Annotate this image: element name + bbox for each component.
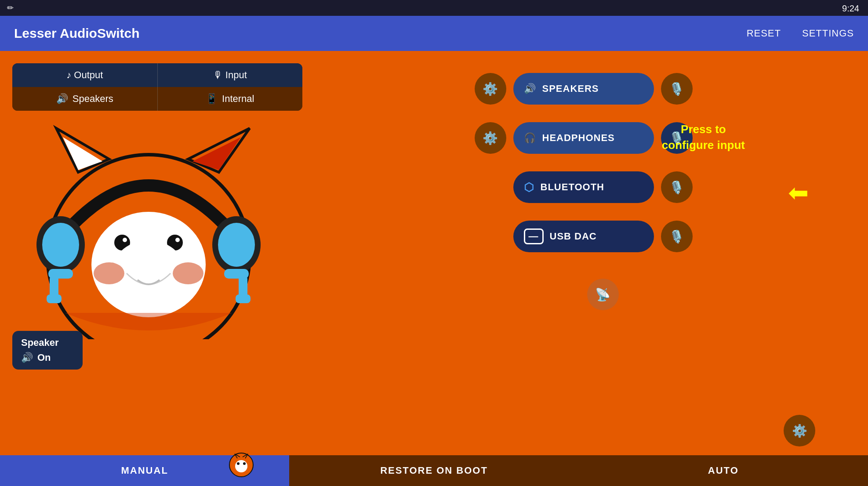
- mic-icon-bluetooth: 🎙️: [669, 180, 684, 195]
- io-selector: ♪ Output 🎙 Input 🔊 Speakers 📱 Internal: [12, 63, 302, 111]
- mascot-svg: [21, 120, 276, 339]
- pen-icon: ✏: [7, 3, 14, 13]
- svg-rect-24: [47, 294, 62, 303]
- right-panel: ⚙️ 🔊 SPEAKERS 🎙️ ⚙️ 🎧 HEADPHONES 🎙️: [299, 51, 868, 455]
- tooltip-text: Press toconfigure input: [662, 123, 745, 152]
- svg-point-12: [218, 223, 255, 267]
- bluetooth-mic-button[interactable]: 🎙️: [661, 171, 693, 203]
- svg-point-18: [175, 238, 180, 242]
- svg-point-27: [235, 460, 247, 472]
- gear-icon-headphones: ⚙️: [483, 131, 498, 145]
- bluetooth-label: BLUETOOTH: [541, 181, 604, 193]
- bluetooth-device-icon: ⬡: [524, 181, 534, 194]
- speakers-mic-button[interactable]: 🎙️: [661, 73, 693, 105]
- speakers-button[interactable]: 🔊 SPEAKERS: [513, 73, 654, 105]
- svg-point-20: [94, 262, 124, 284]
- headphones-label: HEADPHONES: [542, 132, 615, 144]
- svg-point-28: [237, 462, 240, 465]
- input-value: 📱 Internal: [158, 87, 303, 111]
- io-values: 🔊 Speakers 📱 Internal: [12, 87, 302, 111]
- speaker-badge-status: 🔊 On: [21, 352, 74, 363]
- cast-button[interactable]: 📡: [587, 279, 619, 310]
- speakers-label: SPEAKERS: [542, 83, 599, 94]
- status-bar: ✏ 9:24: [0, 0, 868, 16]
- cast-icon: 📡: [595, 287, 610, 302]
- usb-dac-label: USB DAC: [550, 231, 597, 242]
- svg-rect-25: [236, 294, 251, 303]
- svg-rect-22: [50, 276, 58, 297]
- mic-icon-speakers: 🎙️: [669, 82, 684, 96]
- app-actions: RESET SETTINGS: [747, 28, 854, 39]
- svg-point-29: [243, 462, 246, 465]
- speaker-badge-icon: 🔊: [21, 352, 33, 363]
- time-display: 9:24: [842, 4, 859, 14]
- svg-point-17: [123, 238, 127, 242]
- headphones-gear-button[interactable]: ⚙️: [475, 122, 506, 154]
- usb-dac-device-icon: —: [524, 228, 544, 244]
- reset-button[interactable]: RESET: [747, 28, 781, 39]
- phone-icon-small: 📱: [206, 93, 218, 105]
- gear-icon-speakers: ⚙️: [483, 82, 498, 96]
- speaker-badge-on: On: [37, 352, 51, 363]
- output-tab[interactable]: ♪ Output: [12, 63, 157, 87]
- settings-button[interactable]: SETTINGS: [802, 28, 854, 39]
- output-value: 🔊 Speakers: [12, 87, 157, 111]
- restore-on-boot-button[interactable]: RESTORE ON BOOT: [289, 455, 578, 486]
- app-title: Lesser AudioSwitch: [14, 26, 140, 41]
- speakers-row: ⚙️ 🔊 SPEAKERS 🎙️: [475, 73, 693, 105]
- input-tab[interactable]: 🎙 Input: [158, 63, 303, 87]
- bluetooth-button[interactable]: ⬡ BLUETOOTH: [513, 171, 654, 203]
- speaker-device-icon: 🔊: [524, 83, 536, 94]
- svg-point-21: [173, 262, 203, 284]
- speaker-icon-small: 🔊: [56, 93, 68, 105]
- headphones-device-icon: 🎧: [524, 132, 536, 144]
- bottom-bar: MANUAL RESTORE ON BOOT AUTO: [0, 455, 868, 486]
- tooltip: Press toconfigure input: [662, 121, 745, 153]
- speakers-gear-button[interactable]: ⚙️: [475, 73, 506, 105]
- svg-point-19: [113, 240, 184, 297]
- usb-dac-row: — USB DAC 🎙️: [513, 221, 693, 252]
- svg-rect-23: [239, 276, 247, 297]
- speaker-badge: Speaker 🔊 On: [12, 331, 83, 370]
- bluetooth-row: ⬡ BLUETOOTH 🎙️: [513, 171, 693, 203]
- auto-button[interactable]: AUTO: [579, 455, 868, 486]
- usb-dac-mic-button[interactable]: 🎙️: [661, 221, 693, 252]
- mascot-bottom-icon: [229, 452, 254, 482]
- main-area: ♪ Output 🎙 Input 🔊 Speakers 📱 Internal: [0, 51, 868, 455]
- mic-icon-usb-dac: 🎙️: [669, 229, 684, 244]
- configure-input-arrow: ➡: [788, 178, 809, 207]
- left-panel: ♪ Output 🎙 Input 🔊 Speakers 📱 Internal: [0, 51, 299, 455]
- headphones-row: ⚙️ 🎧 HEADPHONES 🎙️: [475, 122, 693, 154]
- bottom-gear-button[interactable]: ⚙️: [784, 415, 815, 446]
- app-bar: Lesser AudioSwitch RESET SETTINGS: [0, 16, 868, 51]
- gear-icon-bottom: ⚙️: [792, 424, 807, 438]
- svg-point-10: [42, 223, 79, 267]
- io-tabs: ♪ Output 🎙 Input: [12, 63, 302, 87]
- mascot-image: [12, 115, 285, 344]
- speaker-badge-title: Speaker: [21, 337, 74, 348]
- headphones-button[interactable]: 🎧 HEADPHONES: [513, 122, 654, 154]
- usb-dac-button[interactable]: — USB DAC: [513, 221, 654, 252]
